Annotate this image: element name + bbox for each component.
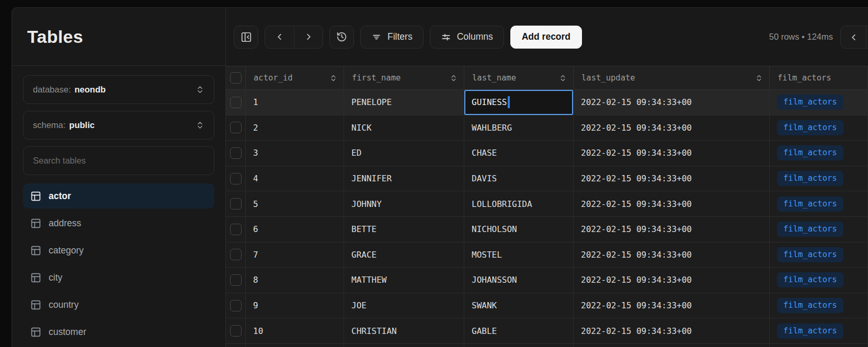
film-actors-link-badge[interactable]: film_actors (777, 222, 843, 237)
cell-last_update[interactable]: 2022-02-15 09:34:33+00 (574, 318, 770, 344)
cell-actor_id[interactable]: 3 (246, 141, 344, 166)
collapse-right-panel-button[interactable] (841, 26, 866, 48)
cell-last_name[interactable]: GABLE (464, 318, 574, 344)
row-checkbox[interactable] (230, 274, 242, 286)
cell-actor_id[interactable]: 8 (246, 268, 344, 293)
previous-page-button[interactable] (265, 26, 294, 48)
cell-first_name[interactable]: JOHNNY (344, 191, 464, 217)
cell-last_name[interactable]: WAHLBERG (464, 115, 574, 141)
collapse-right-panel-segment[interactable] (866, 26, 868, 48)
film-actors-link-badge[interactable]: film_actors (777, 196, 843, 212)
search-tables-input[interactable] (33, 156, 204, 166)
row-checkbox[interactable] (230, 122, 242, 133)
sort-icon[interactable] (559, 74, 567, 83)
cell-last_update[interactable]: 2022-02-15 09:34:33+00 (574, 268, 770, 293)
cell-last_update[interactable]: 2022-02-15 09:34:33+00 (574, 293, 770, 319)
cell-last_update[interactable]: 2022-02-15 09:34:33+00 (574, 191, 770, 217)
sidebar-item-customer[interactable]: customer (23, 319, 214, 344)
row-checkbox[interactable] (230, 249, 242, 260)
cell-film_actors[interactable]: film_actors (770, 166, 868, 192)
cell-actor_id[interactable]: 1 (246, 90, 344, 115)
schema-select[interactable]: schema: public (23, 111, 214, 140)
row-checkbox[interactable] (230, 300, 242, 311)
add-record-button[interactable]: Add record (510, 26, 582, 49)
filters-button[interactable]: Filters (360, 26, 424, 49)
table-row: 8MATTHEWJOHANSSON2022-02-15 09:34:33+00f… (226, 268, 868, 293)
select-all-checkbox[interactable] (230, 72, 242, 84)
cell-last_update[interactable]: 2022-02-15 09:34:33+00 (574, 242, 770, 268)
cell-film_actors[interactable]: film_actors (770, 318, 868, 344)
cell-film_actors[interactable]: film_actors (770, 242, 868, 268)
cell-first_name[interactable]: JOE (344, 293, 464, 319)
column-header-last_name[interactable]: last_name (464, 66, 574, 89)
film-actors-link-badge[interactable]: film_actors (777, 145, 843, 160)
column-header-first_name[interactable]: first_name (344, 66, 464, 89)
sidebar-item-category[interactable]: category (23, 238, 214, 263)
film-actors-link-badge[interactable]: film_actors (777, 323, 843, 339)
column-header-film_actors[interactable]: film_actors (770, 66, 868, 89)
history-button[interactable] (329, 26, 354, 49)
row-checkbox[interactable] (230, 325, 242, 337)
cell-first_name[interactable]: PENELOPE (344, 90, 464, 115)
cell-actor_id[interactable]: 10 (246, 318, 344, 344)
cell-first_name[interactable]: MATTHEW (344, 268, 464, 293)
cell-film_actors[interactable]: film_actors (770, 115, 868, 141)
chevron-left-icon (849, 32, 859, 42)
cell-first_name[interactable]: NICK (344, 115, 464, 141)
columns-button[interactable]: Columns (430, 26, 504, 49)
cell-last_name[interactable]: SWANK (464, 293, 574, 319)
column-header-actor_id[interactable]: actor_id (246, 66, 344, 89)
film-actors-link-badge[interactable]: film_actors (777, 95, 843, 110)
row-checkbox[interactable] (230, 147, 242, 159)
cell-actor_id[interactable]: 5 (246, 191, 344, 217)
cell-actor_id[interactable]: 2 (246, 115, 344, 141)
column-header-last_update[interactable]: last_update (574, 66, 770, 89)
cell-last_name[interactable]: MOSTEL (464, 242, 574, 268)
sidebar-item-city[interactable]: city (23, 265, 214, 290)
cell-actor_id[interactable]: 9 (246, 293, 344, 319)
cell-film_actors[interactable]: film_actors (770, 217, 868, 242)
sort-icon[interactable] (450, 74, 458, 83)
cell-actor_id[interactable]: 7 (246, 242, 344, 268)
cell-first_name[interactable]: BETTE (344, 217, 464, 242)
row-checkbox[interactable] (230, 97, 242, 108)
cell-last_name-editing[interactable]: GUINESS (464, 90, 574, 115)
sidebar-item-address[interactable]: address (23, 211, 214, 236)
sort-icon[interactable] (329, 74, 337, 83)
cell-film_actors[interactable]: film_actors (770, 293, 868, 319)
collapse-sidebar-button[interactable] (234, 26, 258, 49)
sidebar-item-country[interactable]: country (23, 292, 214, 317)
film-actors-link-badge[interactable]: film_actors (777, 120, 843, 135)
cell-film_actors[interactable]: film_actors (770, 90, 868, 115)
row-checkbox[interactable] (230, 224, 242, 235)
cell-last_name[interactable]: CHASE (464, 141, 574, 166)
cell-actor_id[interactable]: 4 (246, 166, 344, 192)
cell-last_name[interactable]: NICHOLSON (464, 217, 574, 242)
cell-first_name[interactable]: JENNIFER (344, 166, 464, 192)
cell-first_name[interactable]: CHRISTIAN (344, 318, 464, 344)
database-select[interactable]: database: neondb (23, 75, 214, 104)
cell-last_name[interactable]: JOHANSSON (464, 268, 574, 293)
sort-icon[interactable] (755, 74, 763, 83)
next-page-button[interactable] (294, 26, 323, 48)
cell-first_name[interactable]: GRACE (344, 242, 464, 268)
cell-film_actors[interactable]: film_actors (770, 191, 868, 217)
cell-last_update[interactable]: 2022-02-15 09:34:33+00 (574, 141, 770, 166)
cell-last_name[interactable]: DAVIS (464, 166, 574, 192)
film-actors-link-badge[interactable]: film_actors (777, 171, 843, 186)
film-actors-link-badge[interactable]: film_actors (777, 272, 843, 287)
cell-last_name[interactable]: LOLLOBRIGIDA (464, 191, 574, 217)
row-checkbox[interactable] (230, 173, 242, 184)
cell-last_update[interactable]: 2022-02-15 09:34:33+00 (574, 217, 770, 242)
sidebar-item-actor[interactable]: actor (23, 183, 214, 209)
cell-last_update[interactable]: 2022-02-15 09:34:33+00 (574, 166, 770, 192)
cell-actor_id[interactable]: 6 (246, 217, 344, 242)
cell-first_name[interactable]: ED (344, 141, 464, 166)
cell-film_actors[interactable]: film_actors (770, 268, 868, 293)
cell-last_update[interactable]: 2022-02-15 09:34:33+00 (574, 90, 770, 115)
film-actors-link-badge[interactable]: film_actors (777, 298, 843, 313)
row-checkbox[interactable] (230, 198, 242, 210)
cell-film_actors[interactable]: film_actors (770, 141, 868, 166)
film-actors-link-badge[interactable]: film_actors (777, 247, 843, 262)
cell-last_update[interactable]: 2022-02-15 09:34:33+00 (574, 115, 770, 141)
